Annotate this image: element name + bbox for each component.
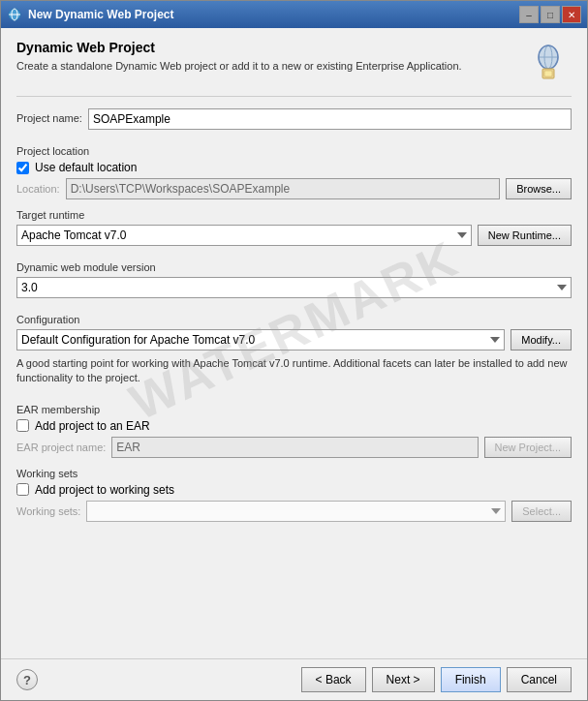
header-text: Dynamic Web Project Create a standalone … xyxy=(16,40,515,74)
minimize-button[interactable]: – xyxy=(519,6,539,23)
target-runtime-select[interactable]: Apache Tomcat v7.0 xyxy=(16,225,472,246)
ear-project-row: EAR project name: New Project... xyxy=(16,437,572,458)
configuration-select[interactable]: Default Configuration for Apache Tomcat … xyxy=(16,329,505,350)
title-bar: New Dynamic Web Project – □ ✕ xyxy=(1,1,587,28)
ear-project-name-prefix: EAR project name: xyxy=(16,442,106,453)
module-version-select[interactable]: 3.0 xyxy=(16,277,572,298)
use-default-location-checkbox[interactable] xyxy=(16,162,29,174)
configuration-row: Default Configuration for Apache Tomcat … xyxy=(16,329,572,350)
modify-button[interactable]: Modify... xyxy=(511,329,572,350)
add-working-sets-label: Add project to working sets xyxy=(35,483,174,497)
help-button[interactable]: ? xyxy=(16,669,38,690)
window-body: Dynamic Web Project Create a standalone … xyxy=(1,28,587,700)
working-sets-prefix: Working sets: xyxy=(16,505,80,517)
header-description: Create a standalone Dynamic Web project … xyxy=(16,59,515,74)
project-location-section: Project location Use default location Lo… xyxy=(16,145,572,199)
use-default-location-row: Use default location xyxy=(16,161,572,174)
project-name-section: Project name: xyxy=(16,108,572,136)
working-sets-label: Working sets xyxy=(16,468,572,479)
project-location-label: Project location xyxy=(16,145,572,157)
browse-button[interactable]: Browse... xyxy=(506,178,572,199)
header-section: Dynamic Web Project Create a standalone … xyxy=(16,40,572,97)
module-version-section: Dynamic web module version 3.0 xyxy=(16,261,572,304)
target-runtime-label: Target runtime xyxy=(16,209,572,221)
ear-section: EAR membership Add project to an EAR EAR… xyxy=(16,404,572,458)
new-project-button[interactable]: New Project... xyxy=(484,437,572,458)
window-icon xyxy=(7,7,22,22)
window-title: New Dynamic Web Project xyxy=(28,8,519,21)
location-input[interactable] xyxy=(66,178,500,199)
header-icon xyxy=(525,40,572,86)
location-row: Location: Browse... xyxy=(16,178,572,199)
select-button[interactable]: Select... xyxy=(511,501,572,522)
target-runtime-row: Apache Tomcat v7.0 New Runtime... xyxy=(16,225,572,246)
add-ear-checkbox[interactable] xyxy=(16,419,29,432)
main-content: Dynamic Web Project Create a standalone … xyxy=(1,28,587,658)
window-controls: – □ ✕ xyxy=(519,6,581,23)
footer: ? < Back Next > Finish Cancel xyxy=(1,658,587,700)
main-window: New Dynamic Web Project – □ ✕ Dynamic We… xyxy=(0,0,588,701)
add-ear-row: Add project to an EAR xyxy=(16,419,572,433)
configuration-label: Configuration xyxy=(16,314,572,325)
back-button[interactable]: < Back xyxy=(301,667,366,692)
maximize-button[interactable]: □ xyxy=(541,6,560,23)
working-sets-row: Working sets: Select... xyxy=(16,501,572,522)
module-version-row: 3.0 xyxy=(16,277,572,298)
ear-project-name-input[interactable] xyxy=(111,437,478,458)
page-title: Dynamic Web Project xyxy=(16,40,515,55)
add-ear-label: Add project to an EAR xyxy=(35,419,150,433)
project-name-input[interactable] xyxy=(88,108,572,130)
ear-membership-label: EAR membership xyxy=(16,404,572,415)
next-button[interactable]: Next > xyxy=(372,667,435,692)
working-sets-section: Working sets Add project to working sets… xyxy=(16,468,572,522)
project-name-row: Project name: xyxy=(16,108,572,130)
use-default-location-label: Use default location xyxy=(35,161,137,174)
location-prefix: Location: xyxy=(16,183,60,195)
add-working-sets-checkbox[interactable] xyxy=(16,483,29,496)
footer-buttons: < Back Next > Finish Cancel xyxy=(301,667,572,692)
finish-button[interactable]: Finish xyxy=(441,667,501,692)
module-version-label: Dynamic web module version xyxy=(16,261,572,273)
cancel-button[interactable]: Cancel xyxy=(507,667,572,692)
working-sets-select[interactable] xyxy=(86,501,506,522)
configuration-section: Configuration Default Configuration for … xyxy=(16,314,572,394)
target-runtime-section: Target runtime Apache Tomcat v7.0 New Ru… xyxy=(16,209,572,252)
svg-rect-8 xyxy=(544,71,552,76)
new-runtime-button[interactable]: New Runtime... xyxy=(478,225,572,246)
project-name-label: Project name: xyxy=(16,112,82,124)
add-working-sets-row: Add project to working sets xyxy=(16,483,572,497)
configuration-info: A good starting point for working with A… xyxy=(16,356,572,386)
close-button[interactable]: ✕ xyxy=(562,6,581,23)
